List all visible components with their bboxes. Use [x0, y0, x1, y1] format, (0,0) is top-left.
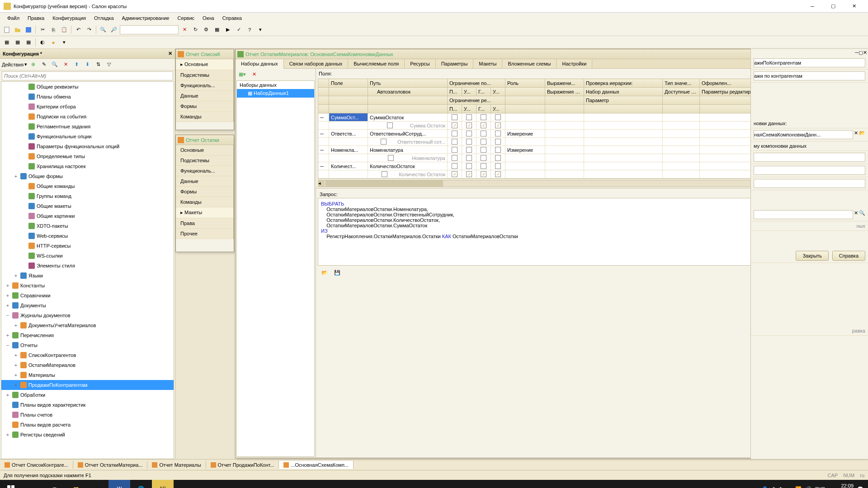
syntax-icon[interactable]: ✓ [234, 25, 244, 35]
chrome-icon[interactable]: 🌐 [130, 480, 152, 488]
window-tab[interactable]: Отчет ПродажиПоКонт... [206, 461, 279, 469]
help-icon[interactable]: ? [245, 25, 255, 35]
copy-icon[interactable]: ⎘ [48, 25, 58, 35]
rp-input-8[interactable] [754, 210, 853, 219]
add-dataset-icon[interactable]: ▦▾ [237, 69, 247, 79]
clear-icon[interactable]: ✕ [179, 25, 189, 35]
minimize-button[interactable]: ─ [802, 0, 823, 13]
config-icon[interactable]: ⚙ [201, 25, 211, 35]
tree-item[interactable]: Хранилища настроек [1, 161, 174, 171]
save-icon[interactable] [24, 25, 33, 35]
nav2-item[interactable]: Права [176, 218, 233, 229]
nav2-item[interactable]: Основные [176, 145, 233, 155]
tree-item[interactable]: +Обработки [1, 390, 174, 400]
window-tab[interactable]: ...ОсновнаяСхемаКомп... [279, 461, 354, 469]
schema-tab[interactable]: Связи наборов данных [284, 59, 349, 68]
datasets-tree[interactable]: Наборы данных ▦ НаборДанных1 [236, 80, 315, 457]
menu-Администрирование[interactable]: Администрирование [118, 14, 173, 22]
tree-item[interactable]: XDTO-пакеты [1, 221, 174, 231]
lens-icon[interactable]: 🔍 [50, 60, 60, 70]
rp-input-4[interactable] [754, 130, 853, 139]
tb2-icon-2[interactable]: ▦ [13, 38, 23, 47]
schema-tab[interactable]: Наборы данных [236, 59, 284, 69]
tree-item[interactable]: Планы видов характеристик [1, 400, 174, 410]
tree-item[interactable]: +Материалы [1, 370, 174, 380]
db-icon[interactable]: ▦ [212, 25, 222, 35]
delete-icon[interactable]: ✕ [61, 60, 71, 70]
rp-max[interactable]: ▢ [859, 50, 863, 56]
tree-item[interactable]: Регламентные задания [1, 122, 174, 131]
menu-Файл[interactable]: Файл [4, 14, 23, 22]
close-button[interactable]: ✕ [844, 0, 864, 13]
nav1-item[interactable]: ▸ Основные [176, 59, 233, 70]
menu-Сервис[interactable]: Сервис [174, 14, 198, 22]
tree-item[interactable]: Определяемые типы [1, 151, 174, 161]
tree-item[interactable]: Параметры функциональных опций [1, 141, 174, 151]
rp-input-6[interactable] [754, 166, 865, 175]
tree-item[interactable]: −Отчеты [1, 340, 174, 350]
rp-clear-icon[interactable]: ✕ [854, 130, 858, 139]
tray-wifi-icon[interactable]: 📶 [795, 486, 802, 488]
tb2-icon-6[interactable]: ▾ [59, 38, 69, 47]
menu-Конфигурация[interactable]: Конфигурация [49, 14, 90, 22]
sort-icon[interactable]: ⇅ [93, 60, 103, 70]
tray-sync-icon[interactable]: ↻ [779, 486, 783, 488]
add-icon[interactable]: ⊕ [28, 60, 38, 70]
schema-tab[interactable]: Вложенные схемы [502, 59, 557, 68]
tb2-icon-4[interactable]: ◐ [38, 38, 47, 47]
tray-notif-icon[interactable]: 💬 [857, 486, 863, 488]
open-icon[interactable] [13, 25, 23, 35]
down-icon[interactable]: ⬇ [82, 60, 92, 70]
rp-clear2-icon[interactable]: ✕ [854, 210, 858, 219]
schema-tab[interactable]: Вычисляемые поля [348, 59, 405, 68]
rp-open-icon[interactable]: 📂 [859, 130, 865, 139]
undo-icon[interactable]: ↶ [73, 25, 83, 35]
nav2-item[interactable]: Подсистемы [176, 155, 233, 166]
tree-item[interactable]: Планы видов расчета [1, 420, 174, 430]
filter-icon[interactable]: ▽ [104, 60, 114, 70]
nav2-item[interactable]: ▸ Макеты [176, 207, 233, 218]
tree-item[interactable]: +Документы [1, 300, 174, 310]
find-icon[interactable]: 🔍 [98, 25, 108, 35]
nav2-item[interactable]: Данные [176, 176, 233, 187]
rp-input-2[interactable] [754, 71, 865, 80]
help-button[interactable]: Справка [832, 251, 865, 261]
tray-battery-icon[interactable]: ▭ [787, 486, 792, 488]
query-save-icon[interactable]: 💾 [332, 267, 342, 277]
menu-Окна[interactable]: Окна [199, 14, 218, 22]
tree-item[interactable]: +Регистры сведений [1, 430, 174, 440]
rp-min[interactable]: ─ [855, 50, 859, 56]
nav1-item[interactable]: Формы [176, 101, 233, 112]
tree-item[interactable]: Общие картинки [1, 211, 174, 221]
nav1-item[interactable]: Данные [176, 91, 233, 101]
config-search-input[interactable] [2, 71, 173, 80]
tree-item[interactable]: Общие команды [1, 181, 174, 191]
toolbar-search-input[interactable] [120, 25, 179, 34]
explorer-icon[interactable]: 📁 [65, 480, 87, 488]
tb2-icon-1[interactable]: ▦ [2, 38, 12, 47]
tray-people-icon[interactable]: 👤 [762, 486, 768, 488]
delete-dataset-icon[interactable]: ✕ [249, 69, 259, 79]
query-open-icon[interactable]: 📂 [320, 267, 330, 277]
zoom-icon[interactable]: 🔎 [109, 25, 119, 35]
tree-item[interactable]: Общие макеты [1, 201, 174, 211]
tree-item[interactable]: HTTP-сервисы [1, 241, 174, 251]
nav1-item[interactable]: Команды [176, 112, 233, 122]
tree-item[interactable]: Критерии отбора [1, 102, 174, 112]
config-tree[interactable]: Общие реквизитыПланы обменаКритерии отбо… [1, 81, 174, 459]
tree-item[interactable]: +Языки [1, 271, 174, 281]
tree-item[interactable]: +ПродажиПоКонтрагентам [1, 380, 174, 390]
1c-icon[interactable]: 1C [152, 480, 174, 488]
cut-icon[interactable]: ✂ [38, 25, 47, 35]
window-tab[interactable]: Отчет Материалы [147, 461, 206, 469]
up-icon[interactable]: ⬆ [71, 60, 81, 70]
tree-item[interactable]: +Перечисления [1, 330, 174, 340]
rp-search-icon[interactable]: 🔍 [859, 210, 865, 219]
tray-up-icon[interactable]: ⌃ [772, 486, 776, 488]
taskview-icon[interactable]: ⊞ [43, 480, 65, 488]
tree-item[interactable]: +Справочники [1, 291, 174, 300]
rp-close[interactable]: ✕ [863, 50, 867, 56]
nav2-item[interactable]: Команды [176, 197, 233, 207]
more-icon[interactable]: ▾ [255, 25, 265, 35]
nav1-item[interactable]: Функциональ... [176, 80, 233, 91]
